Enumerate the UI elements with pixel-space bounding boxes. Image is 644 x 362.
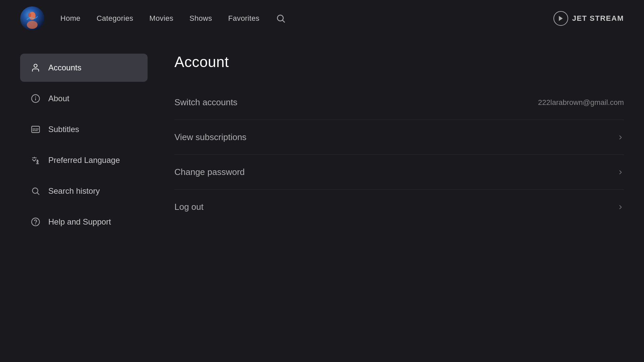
svg-point-4 <box>277 15 283 21</box>
sidebar-search-history-label: Search history <box>48 186 100 196</box>
svg-point-23 <box>32 218 39 226</box>
sidebar-item-preferred-language[interactable]: Preferred Language <box>20 146 148 174</box>
brand-logo: JET STREAM <box>553 11 624 26</box>
change-password-chevron <box>617 169 624 176</box>
switch-accounts-row[interactable]: Switch accounts 222larabrown@gmail.com <box>174 85 624 120</box>
sidebar-help-support-label: Help and Support <box>48 217 111 227</box>
sidebar-item-about[interactable]: About <box>20 84 148 113</box>
view-subscriptions-row[interactable]: View subscriptions <box>174 120 624 155</box>
svg-point-21 <box>33 188 38 193</box>
translate-icon <box>31 156 40 165</box>
svg-point-3 <box>28 13 31 17</box>
svg-point-2 <box>27 21 38 29</box>
info-icon <box>31 94 40 103</box>
sidebar-item-help-support[interactable]: Help and Support <box>20 208 148 236</box>
sidebar-about-label: About <box>48 94 69 103</box>
svg-line-5 <box>282 20 284 22</box>
change-password-label: Change password <box>174 167 245 177</box>
sidebar-preferred-language-label: Preferred Language <box>48 156 120 165</box>
svg-line-22 <box>37 193 39 194</box>
nav-home[interactable]: Home <box>60 14 80 23</box>
subtitles-icon <box>31 125 40 134</box>
brand-name: JET STREAM <box>572 14 624 23</box>
main-layout: Accounts About <box>0 37 644 362</box>
brand-play-icon <box>553 11 568 26</box>
sidebar: Accounts About <box>20 50 148 349</box>
change-password-row[interactable]: Change password <box>174 155 624 190</box>
header-left: Home Categories Movies Shows Favorites <box>20 6 286 31</box>
svg-marker-6 <box>559 16 563 21</box>
view-subscriptions-chevron <box>617 134 624 141</box>
nav-favorites[interactable]: Favorites <box>228 14 259 23</box>
svg-rect-11 <box>32 126 39 133</box>
sidebar-subtitles-label: Subtitles <box>48 125 79 134</box>
nav-categories[interactable]: Categories <box>97 14 133 23</box>
sidebar-item-search-history[interactable]: Search history <box>20 177 148 205</box>
header: Home Categories Movies Shows Favorites J… <box>0 0 644 37</box>
switch-accounts-label: Switch accounts <box>174 97 237 108</box>
sidebar-item-subtitles[interactable]: Subtitles <box>20 115 148 143</box>
log-out-label: Log out <box>174 202 204 212</box>
switch-accounts-email: 222larabrown@gmail.com <box>538 98 624 107</box>
sidebar-item-accounts[interactable]: Accounts <box>20 54 148 82</box>
search-button[interactable] <box>276 13 286 23</box>
view-subscriptions-label: View subscriptions <box>174 132 247 142</box>
svg-point-7 <box>34 64 37 67</box>
person-icon <box>31 63 40 72</box>
main-nav: Home Categories Movies Shows Favorites <box>60 13 286 23</box>
search-history-icon <box>31 186 40 196</box>
content-area: Account Switch accounts 222larabrown@gma… <box>174 50 624 349</box>
sidebar-accounts-label: Accounts <box>48 63 82 72</box>
nav-movies[interactable]: Movies <box>149 14 173 23</box>
logo-avatar[interactable] <box>20 6 44 31</box>
log-out-chevron <box>617 204 624 210</box>
help-icon <box>31 217 40 227</box>
log-out-row[interactable]: Log out <box>174 190 624 224</box>
page-title: Account <box>174 54 624 70</box>
nav-shows[interactable]: Shows <box>190 14 212 23</box>
